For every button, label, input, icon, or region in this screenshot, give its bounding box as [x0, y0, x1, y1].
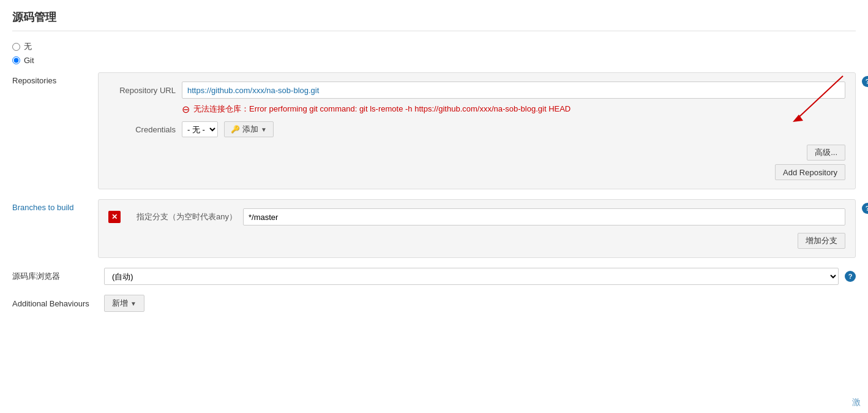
branch-input[interactable]: [243, 208, 845, 225]
credentials-select[interactable]: - 无 -: [182, 121, 218, 137]
source-browser-select[interactable]: (自动): [104, 268, 839, 285]
repositories-box: Repository URL ⊖ 无法连接仓库：Error performing…: [98, 72, 856, 189]
repositories-section: Repositories Repository URL ⊖ 无法连接仓库：Err…: [12, 72, 856, 189]
scm-radio-group: 无 Git: [12, 41, 856, 65]
source-browser-label: 源码库浏览器: [12, 271, 98, 282]
source-browser-section: 源码库浏览器 (自动) ?: [12, 268, 856, 285]
key-icon: 🔑: [231, 125, 240, 134]
caret-icon: ▼: [261, 126, 267, 133]
delete-branch-button[interactable]: ✕: [108, 211, 121, 223]
none-label[interactable]: 无: [24, 41, 32, 52]
watermark: 激: [852, 397, 861, 408]
error-row: ⊖ 无法连接仓库：Error performing git command: g…: [182, 104, 845, 115]
branches-box: ✕ 指定分支（为空时代表any） 增加分支: [98, 199, 856, 258]
source-browser-help-icon[interactable]: ?: [845, 271, 856, 282]
add-repository-button[interactable]: Add Repository: [775, 164, 845, 180]
help-circle-branches-icon[interactable]: ?: [862, 203, 868, 214]
add-btn-label: 添加: [242, 124, 258, 135]
repo-actions: 高级... Add Repository: [108, 145, 845, 180]
new-btn-label: 新增: [112, 298, 128, 309]
git-label[interactable]: Git: [24, 56, 34, 65]
error-message: 无法连接仓库：Error performing git command: git…: [193, 104, 571, 115]
additional-behaviours-section: Additional Behaviours 新增 ▼: [12, 295, 856, 312]
branches-help-icon[interactable]: ?: [862, 203, 868, 214]
repositories-label: Repositories: [12, 72, 98, 85]
new-caret-icon: ▼: [130, 300, 137, 307]
page-title: 源码管理: [12, 10, 856, 31]
none-radio[interactable]: [12, 43, 20, 51]
branch-actions: 增加分支: [108, 233, 845, 249]
branch-input-row: ✕ 指定分支（为空时代表any）: [108, 208, 845, 225]
help-circle-icon[interactable]: ?: [862, 76, 868, 87]
branches-section: Branches to build ✕ 指定分支（为空时代表any） 增加分支 …: [12, 199, 856, 258]
add-branch-button[interactable]: 增加分支: [798, 233, 845, 249]
additional-behaviours-label: Additional Behaviours: [12, 299, 98, 308]
repository-url-input[interactable]: [182, 81, 845, 99]
branches-label: Branches to build: [12, 199, 98, 212]
branch-field-label: 指定分支（为空时代表any）: [127, 211, 237, 222]
none-radio-row: 无: [12, 41, 856, 52]
add-credentials-button[interactable]: 🔑 添加 ▼: [224, 121, 274, 137]
credentials-row: Credentials - 无 - 🔑 添加 ▼: [108, 121, 845, 137]
error-icon: ⊖: [182, 104, 190, 115]
url-label: Repository URL: [108, 86, 176, 95]
advanced-button[interactable]: 高级...: [807, 145, 845, 161]
credentials-label: Credentials: [108, 125, 176, 134]
git-radio-row: Git: [12, 56, 856, 65]
git-radio[interactable]: [12, 56, 20, 64]
repo-url-row: Repository URL: [108, 81, 845, 99]
new-behaviour-button[interactable]: 新增 ▼: [104, 295, 144, 312]
repositories-help-icon[interactable]: ?: [862, 76, 868, 87]
